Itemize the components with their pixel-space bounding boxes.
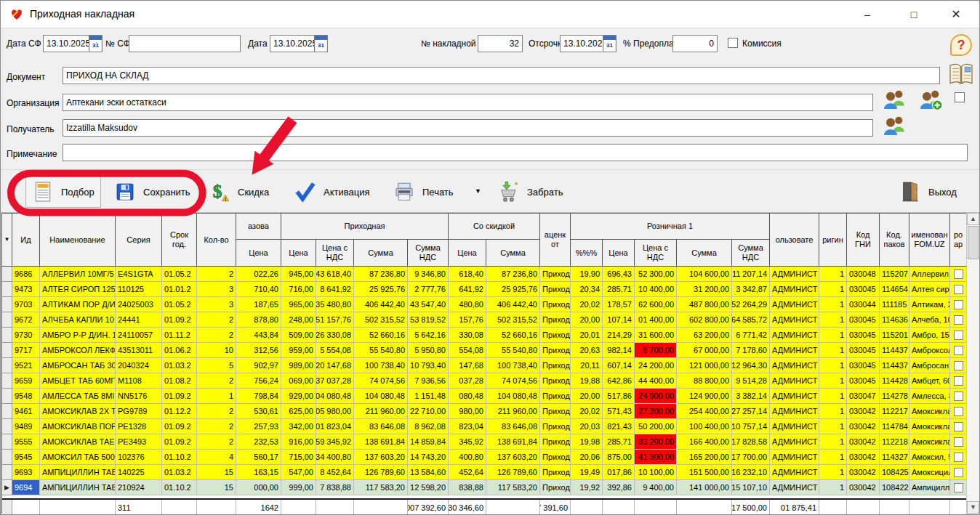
- receiver-input[interactable]: Izzatilla Maksudov: [63, 119, 873, 137]
- document-input[interactable]: ПРИХОД НА СКЛАД: [63, 67, 940, 84]
- deferral-input[interactable]: 13.10.2025: [560, 35, 603, 52]
- col-header-r-cena[interactable]: Цена: [603, 240, 635, 267]
- col-group-bazovaya[interactable]: азова: [236, 214, 281, 240]
- col-header-flag[interactable]: ро ар: [950, 214, 967, 267]
- col-header-fom[interactable]: именован FOM.UZ: [909, 214, 950, 267]
- col-header-pack[interactable]: Код. паков: [880, 214, 909, 267]
- help-icon[interactable]: ?: [950, 34, 972, 56]
- grid-cell: АДМИНИСТ: [770, 282, 819, 297]
- table-row[interactable]: 9659АМБЦЕТ ТАБ 60МГM110801.08.22756,2406…: [2, 373, 966, 389]
- table-row[interactable]: ▶9694АМПИЦИЛЛИН ТАБ21092401.10.215000,00…: [2, 480, 966, 495]
- exit-button[interactable]: Выход: [893, 176, 963, 208]
- save-button[interactable]: Сохранить: [108, 176, 196, 208]
- select-organization-icon[interactable]: [882, 88, 908, 113]
- col-header-r-summands[interactable]: Сумма НДС: [732, 240, 770, 267]
- table-row[interactable]: 9521АМБРОСАН ТАБ 30204032401.03.25902,97…: [2, 358, 966, 373]
- date-sf-calendar-button[interactable]: 31: [89, 35, 103, 52]
- row-checkbox[interactable]: [954, 331, 963, 340]
- col-header-id[interactable]: Ид: [12, 214, 40, 267]
- table-row[interactable]: 9555АМОКСИКЛАВ ТАЕPE349301.09.22232,5391…: [2, 434, 966, 450]
- grid-cell: 9545: [12, 450, 40, 465]
- scrollbar-thumb[interactable]: [968, 226, 979, 259]
- commission-checkbox[interactable]: [728, 38, 738, 48]
- prepay-input[interactable]: 0: [672, 35, 718, 52]
- col-group-prihodnaya[interactable]: Приходная: [281, 214, 449, 240]
- table-row[interactable]: 9545АМОКСИЛ ТАБ 50010237601.10.24560,177…: [2, 450, 966, 465]
- row-checkbox[interactable]: [954, 269, 963, 279]
- deferral-calendar-button[interactable]: 31: [603, 35, 616, 52]
- col-header-seria[interactable]: Серия: [116, 214, 162, 267]
- row-checkbox[interactable]: [954, 453, 963, 462]
- organization-extra-checkbox[interactable]: [955, 92, 965, 102]
- invoice-num-input[interactable]: 32: [478, 35, 523, 52]
- table-row[interactable]: 9717АМБРОКСОЛ ЛЕКФ4351301101.06.210312,5…: [2, 343, 966, 358]
- row-checkbox[interactable]: [954, 376, 963, 386]
- table-row[interactable]: 9686АЛЛЕРВИЛ 10МГ/5E4S1GTA01.05.22022,26…: [2, 267, 966, 282]
- col-header-sk-cena[interactable]: Цена: [449, 240, 486, 267]
- vertical-scrollbar[interactable]: ▲ ▼: [966, 213, 979, 514]
- table-row[interactable]: 9703АЛТИКАМ ПОР Д/И2402500301.05.23187,6…: [2, 297, 966, 312]
- col-group-so-skidkoy[interactable]: Со скидкой: [449, 214, 540, 240]
- column-options-icon[interactable]: ▼: [2, 214, 12, 267]
- row-checkbox[interactable]: [954, 422, 963, 431]
- table-row[interactable]: 9672АЛЧЕБА КАПЛИ 102444101.09.22878,8024…: [2, 312, 966, 328]
- table-row[interactable]: 9730АМБРО Р-Р Д/ИН. 12411005701.11.22443…: [2, 328, 966, 343]
- col-header-p-summands[interactable]: Сумма НДС: [408, 240, 449, 267]
- col-header-gni[interactable]: Код ГНИ: [847, 214, 880, 267]
- scroll-down-icon[interactable]: ▼: [967, 501, 979, 514]
- row-checkbox[interactable]: [954, 468, 963, 477]
- note-input[interactable]: [63, 144, 968, 161]
- row-checkbox[interactable]: [954, 407, 963, 416]
- col-header-nacenka[interactable]: аценк от: [540, 214, 571, 267]
- col-header-baza-cena[interactable]: Цена: [236, 240, 281, 267]
- row-indicator: [2, 343, 12, 358]
- table-row[interactable]: 9461АМОКСИКЛАВ 2X ТPG978901.12.22530,616…: [2, 404, 966, 419]
- col-header-p-cena[interactable]: Цена: [281, 240, 316, 267]
- col-header-srok[interactable]: Срок год.: [162, 214, 197, 267]
- take-button[interactable]: Забрать: [492, 176, 569, 208]
- select-receiver-icon[interactable]: [882, 114, 908, 139]
- table-row[interactable]: 9548АМЛЕССА ТАБ 8МІNN517601.09.21798,849…: [2, 389, 966, 404]
- row-checkbox[interactable]: [954, 346, 963, 355]
- maximize-button[interactable]: □: [904, 5, 924, 24]
- col-header-p-cenands[interactable]: Цена с НДС: [316, 240, 354, 267]
- col-header-kolvo[interactable]: Кол-во: [197, 214, 236, 267]
- print-button[interactable]: Печать: [387, 176, 459, 208]
- discount-button[interactable]: $! Скидка: [203, 176, 275, 208]
- row-checkbox[interactable]: [954, 361, 963, 370]
- organization-input[interactable]: Аптекани эски остаткаси: [63, 94, 873, 111]
- date-sf-input[interactable]: 13.10.2025: [43, 35, 89, 52]
- row-checkbox[interactable]: [954, 437, 963, 447]
- podbor-button[interactable]: Подбор: [25, 176, 101, 208]
- col-header-sk-summa[interactable]: Сумма: [486, 240, 540, 267]
- date-input[interactable]: 13.10.2025: [270, 35, 315, 52]
- catalog-book-icon[interactable]: [948, 62, 974, 86]
- col-header-p-summa[interactable]: Сумма: [354, 240, 408, 267]
- close-button[interactable]: ✕: [946, 5, 966, 24]
- minimize-button[interactable]: –: [857, 5, 877, 24]
- col-group-roznichnaya[interactable]: Розничная 1: [571, 214, 770, 240]
- table-row[interactable]: 9473АЛТЕЯ СИРОП 12511012501.01.23710,407…: [2, 282, 966, 297]
- col-header-user[interactable]: ользовате: [770, 214, 819, 267]
- grid-cell: 1: [819, 465, 847, 480]
- add-organization-icon[interactable]: [918, 88, 944, 113]
- col-header-pct[interactable]: %%%: [571, 240, 603, 267]
- print-dropdown-arrow[interactable]: ▼: [475, 187, 481, 195]
- row-checkbox[interactable]: [954, 392, 963, 401]
- col-header-r-summa[interactable]: Сумма: [677, 240, 732, 267]
- table-row[interactable]: 9693АМПИЦИЛЛИН ТАБ14022501.03.215163,155…: [2, 465, 966, 480]
- row-checkbox[interactable]: [954, 315, 963, 325]
- date-calendar-button[interactable]: 31: [315, 35, 328, 52]
- col-header-name[interactable]: Наименование: [40, 214, 116, 267]
- grid-cell: 24 200,00: [635, 358, 677, 373]
- row-checkbox[interactable]: [954, 300, 963, 309]
- row-checkbox[interactable]: [954, 285, 963, 294]
- num-sf-input[interactable]: [129, 35, 241, 52]
- col-header-r-cenands[interactable]: Цена с НДС: [635, 240, 677, 267]
- activation-button[interactable]: Активация: [289, 176, 375, 208]
- table-row[interactable]: 9489АМОКСИКЛАВ ПОРPE132801.09.22257,9334…: [2, 419, 966, 434]
- col-header-original[interactable]: ригин: [819, 214, 847, 267]
- scroll-up-icon[interactable]: ▲: [967, 213, 979, 225]
- grid-cell: 916,00: [281, 434, 316, 450]
- row-checkbox[interactable]: [954, 483, 963, 492]
